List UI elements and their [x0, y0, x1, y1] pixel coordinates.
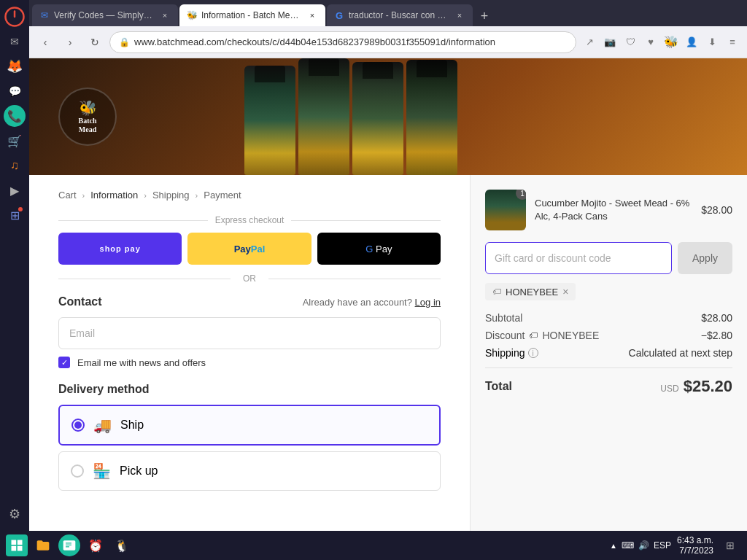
tab-batchmead[interactable]: 🐝 Information - Batch Mead... × [179, 4, 325, 26]
tab-favicon-translator: G [334, 10, 344, 20]
sidebar: ✉ 🦊 💬 📞 🛒 ♫ ▶ ⊞ ⚙ [0, 0, 29, 531]
ship-radio-inner [74, 421, 82, 429]
bottle-3 [352, 62, 403, 175]
start-button[interactable] [6, 534, 28, 556]
discount-row-label: Discount 🏷 HONEYBEE [485, 330, 599, 341]
language-label[interactable]: ESP [654, 540, 671, 551]
extension-icon[interactable]: 🐝 [662, 34, 680, 51]
tab-title-translator: traductor - Buscar con Goo... [349, 10, 449, 20]
product-name: Cucumber Mojito - Sweet Mead - 6% Alc, 4… [535, 197, 692, 223]
lock-icon: 🔒 [119, 37, 130, 47]
delivery-pickup-option[interactable]: 🏪 Pick up [58, 451, 441, 491]
address-icons: ↗ 📷 🛡 ♥ 🐝 👤 ⬇ ≡ [581, 34, 741, 51]
breadcrumb-sep-3: › [196, 191, 198, 200]
payment-buttons: shop pay PayPal G Pay [58, 233, 441, 265]
breadcrumb-cart[interactable]: Cart [58, 190, 77, 201]
contact-section: Contact Already have an account? Log in … [58, 295, 441, 368]
settings-icon[interactable]: ⚙ [4, 503, 26, 525]
applied-discount-tag: 🏷 HONEYBEE × [485, 283, 576, 300]
taskbar: ⏰ 🐧 ▲ ⌨ 🔊 ESP 6:43 a.m. 7/7/2023 ⊞ [0, 531, 747, 560]
hero-bottles [244, 58, 747, 175]
new-tab-button[interactable]: + [474, 6, 495, 26]
taskbar-right: ▲ ⌨ 🔊 ESP 6:43 a.m. 7/7/2023 ⊞ [610, 534, 741, 556]
file-manager-icon[interactable] [32, 534, 54, 556]
gpay-button[interactable]: G Pay [317, 233, 441, 265]
remove-discount-button[interactable]: × [562, 286, 568, 298]
chat-icon[interactable]: 💬 [4, 80, 26, 102]
login-anchor[interactable]: Log in [415, 297, 441, 308]
tag-icon: 🏷 [492, 287, 501, 297]
music-icon[interactable]: ♫ [4, 155, 26, 176]
email-input[interactable] [58, 317, 441, 349]
show-desktop-button[interactable]: ⊞ [719, 534, 741, 556]
shop-icon[interactable]: 🛒 [4, 130, 26, 152]
apply-button[interactable]: Apply [678, 242, 732, 274]
up-arrow-icon[interactable]: ▲ [610, 542, 617, 550]
shipping-row: Shipping i Calculated at next step [485, 347, 732, 359]
mail-icon[interactable]: ✉ [4, 31, 26, 52]
tab-close-batch[interactable]: × [306, 9, 318, 21]
menu-icon[interactable]: ≡ [724, 34, 741, 51]
discount-input[interactable] [485, 242, 672, 274]
refresh-button[interactable]: ↻ [85, 32, 105, 52]
logo-area: 🐝 Batch Mead [58, 88, 117, 146]
product-row: 1 Cucumber Mojito - Sweet Mead - 6% Alc,… [485, 190, 732, 230]
linux-icon[interactable]: 🐧 [111, 534, 133, 556]
firefox-icon[interactable]: 🦊 [4, 55, 26, 77]
bottle-4 [406, 60, 457, 175]
discount-tag-icon: 🏷 [529, 330, 538, 341]
left-panel: Cart › Information › Shipping › Payment … [29, 175, 470, 531]
ship-label: Ship [120, 419, 144, 432]
contact-header: Contact Already have an account? Log in [58, 295, 441, 308]
shop-pay-button[interactable]: shop pay [58, 233, 182, 265]
forward-button[interactable]: › [60, 32, 80, 52]
back-button[interactable]: ‹ [35, 32, 55, 52]
pickup-radio[interactable] [71, 464, 84, 478]
tab-title-batch: Information - Batch Mead... [201, 10, 302, 20]
shipping-info-icon[interactable]: i [528, 348, 538, 358]
taskbar-left: ⏰ 🐧 [6, 534, 133, 556]
gpay-label: G Pay [365, 244, 392, 254]
newsletter-checkbox[interactable]: ✓ [58, 357, 70, 368]
discord-icon[interactable]: ⊞ [4, 204, 26, 226]
discount-code-row: Apply [485, 242, 732, 274]
breadcrumb: Cart › Information › Shipping › Payment [58, 190, 441, 201]
tiktok-icon[interactable]: ▶ [4, 179, 26, 201]
bottle-2 [298, 58, 349, 175]
tab-close-verify[interactable]: × [159, 9, 171, 21]
total-label: Total [485, 380, 512, 393]
profile-icon[interactable]: 👤 [683, 34, 700, 51]
bookmark-icon[interactable]: ♥ [642, 34, 659, 51]
delivery-title: Delivery method [58, 383, 441, 396]
address-input[interactable]: 🔒 www.batchmead.com/checkouts/c/d44b04e1… [109, 31, 576, 53]
address-text: www.batchmead.com/checkouts/c/d44b04e153… [134, 36, 495, 47]
tab-bar: ✉ Verify Codes — SimplyCod... × 🐝 Inform… [29, 0, 747, 26]
power-icon[interactable] [4, 6, 26, 28]
terminal-icon[interactable] [58, 534, 80, 556]
bottle-1 [244, 66, 295, 175]
right-panel: 1 Cucumber Mojito - Sweet Mead - 6% Alc,… [470, 175, 747, 531]
paypal-label: PayPal [234, 244, 266, 254]
tab-translator[interactable]: G traductor - Buscar con Goo... × [327, 4, 473, 26]
pickup-label: Pick up [120, 464, 158, 478]
tab-verify-codes[interactable]: ✉ Verify Codes — SimplyCod... × [32, 4, 178, 26]
tab-close-translator[interactable]: × [454, 9, 465, 21]
ship-radio[interactable] [71, 419, 85, 432]
newsletter-row: ✓ Email me with news and offers [58, 357, 441, 368]
shipping-label: Shipping i [485, 347, 538, 359]
delivery-ship-option[interactable]: 🚚 Ship [58, 405, 441, 446]
taskbar-clock[interactable]: 6:43 a.m. 7/7/2023 [677, 535, 713, 556]
download-icon[interactable]: ⬇ [703, 34, 721, 51]
keyboard-icon: ⌨ [622, 540, 634, 551]
volume-icon[interactable]: 🔊 [638, 540, 649, 551]
clock-icon[interactable]: ⏰ [85, 534, 107, 556]
shipping-value: Calculated at next step [629, 347, 732, 359]
phone-icon[interactable]: 📞 [4, 105, 26, 127]
share-icon[interactable]: ↗ [581, 34, 598, 51]
screenshot-icon[interactable]: 📷 [601, 34, 619, 51]
date-display: 7/7/2023 [677, 545, 713, 556]
paypal-button[interactable]: PayPal [187, 233, 311, 265]
breadcrumb-information[interactable]: Information [90, 190, 138, 201]
subtotal-label: Subtotal [485, 312, 522, 324]
shield-icon[interactable]: 🛡 [622, 34, 639, 51]
